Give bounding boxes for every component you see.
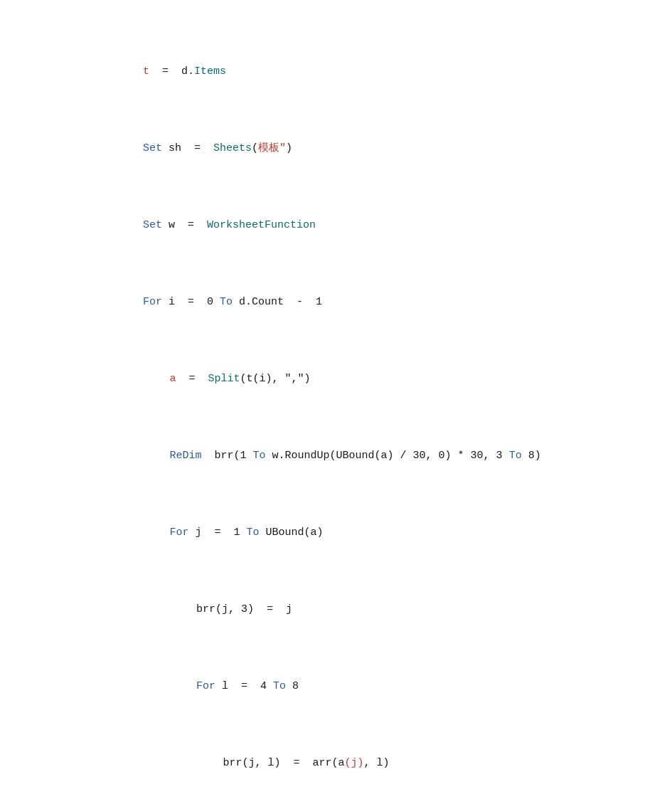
code-line-5: a = Split(t(i), ",") (117, 350, 672, 408)
kw-for2: For (170, 527, 189, 539)
code-line-7: For j = 1 To UBound(a) (117, 504, 672, 561)
blank-8 (117, 638, 672, 657)
blank-1 (117, 100, 672, 120)
code-line-9: For l = 4 To 8 (117, 657, 672, 715)
kw-for1: For (143, 296, 162, 308)
var-t: t (143, 65, 149, 78)
kw-to4: To (247, 527, 260, 539)
code-line-2: Set sh = Sheets(模板") (117, 120, 672, 177)
kw-set1: Set (143, 142, 162, 154)
code-line-8: brr(j, 3) = j (117, 581, 672, 638)
blank-4 (117, 331, 672, 350)
blank-6 (117, 485, 672, 504)
code-line-3: Set w = WorksheetFunction (117, 196, 672, 254)
kw-for3: For (196, 680, 215, 692)
kw-to3: To (509, 450, 522, 462)
blank-5 (117, 408, 672, 427)
blank-3 (117, 254, 672, 273)
kw-to2: To (253, 450, 266, 462)
code-line-6: ReDim brr(1 To w.RoundUp(UBound(a) / 30,… (117, 427, 672, 485)
kw-to5: To (273, 680, 286, 692)
code-line-1: t = d.Items (117, 43, 672, 100)
kw-redim: ReDim (170, 450, 202, 462)
code-line-10: brr(j, l) = arr(a(j), l) (117, 734, 672, 792)
blank-2 (117, 177, 672, 196)
kw-to1: To (220, 296, 233, 308)
kw-set2: Set (143, 219, 162, 231)
code-line-4: For i = 0 To d.Count - 1 (117, 273, 672, 331)
blank-10 (117, 792, 672, 799)
code-block: t = d.Items Set sh = Sheets(模板") Set w =… (117, 43, 672, 799)
blank-7 (117, 561, 672, 581)
blank-9 (117, 715, 672, 734)
